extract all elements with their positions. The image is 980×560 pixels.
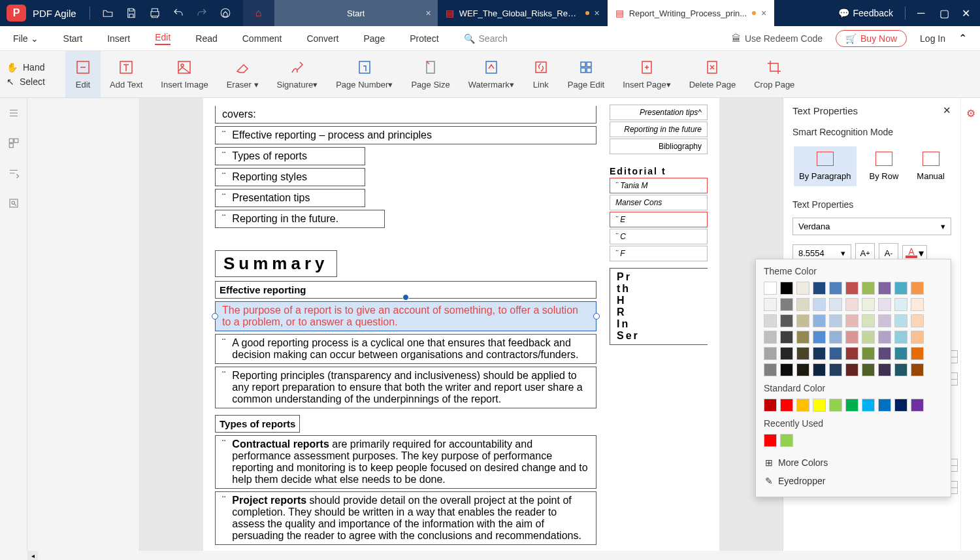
tool-hand[interactable]: ✋Hand xyxy=(7,62,59,73)
chevron-up-icon[interactable]: ⌃ xyxy=(958,32,967,44)
color-swatch[interactable] xyxy=(796,399,809,412)
color-swatch[interactable] xyxy=(813,282,826,295)
color-swatch[interactable] xyxy=(845,363,858,376)
tab-document-2[interactable]: ▤ Report_Writing_Process_prin... × xyxy=(608,0,775,26)
color-swatch[interactable] xyxy=(894,347,907,360)
color-swatch[interactable] xyxy=(796,363,809,376)
color-swatch[interactable] xyxy=(878,282,891,295)
color-swatch[interactable] xyxy=(878,314,891,327)
color-swatch[interactable] xyxy=(894,331,907,344)
tab-document-1[interactable]: ▤ WEF_The_Global_Risks_Repo... × xyxy=(438,0,608,26)
color-swatch[interactable] xyxy=(780,314,793,327)
tool-link[interactable]: Link xyxy=(523,51,559,97)
close-icon[interactable]: × xyxy=(761,8,766,18)
rotate-handle-icon[interactable] xyxy=(402,294,409,301)
color-swatch[interactable] xyxy=(894,363,907,376)
close-panel-icon[interactable]: ✕ xyxy=(943,105,951,116)
menu-protect[interactable]: Protect xyxy=(410,33,438,44)
menu-convert[interactable]: Convert xyxy=(306,33,338,44)
more-colors-button[interactable]: ⊞ More Colors xyxy=(764,453,943,472)
color-swatch[interactable] xyxy=(764,399,777,412)
text-block[interactable]: Contractual reports are primarily requir… xyxy=(215,435,596,489)
menu-edit[interactable]: Edit xyxy=(155,32,171,45)
tool-page-size[interactable]: Page Size xyxy=(402,51,459,97)
color-swatch[interactable] xyxy=(878,363,891,376)
tool-page-number[interactable]: Page Number▾ xyxy=(327,51,402,97)
text-block[interactable]: Reporting in the future. xyxy=(215,210,385,228)
redeem-code-button[interactable]: 🏛 Use Redeem Code xyxy=(732,33,823,44)
color-swatch[interactable] xyxy=(862,347,875,360)
color-swatch[interactable] xyxy=(862,282,875,295)
open-icon[interactable] xyxy=(102,7,114,19)
color-swatch[interactable] xyxy=(829,331,842,344)
color-swatch[interactable] xyxy=(894,298,907,311)
color-swatch[interactable] xyxy=(845,298,858,311)
color-swatch[interactable] xyxy=(878,331,891,344)
text-block[interactable]: Effective reporting – process and princi… xyxy=(215,126,596,144)
color-swatch[interactable] xyxy=(911,399,924,412)
selected-text-block[interactable]: The purpose of a report is to give an ac… xyxy=(215,301,596,331)
text-block[interactable]: covers: xyxy=(215,106,596,124)
list-view-icon[interactable] xyxy=(8,107,20,122)
color-swatch[interactable] xyxy=(829,298,842,311)
color-swatch[interactable] xyxy=(878,347,891,360)
nav-item[interactable]: ¨ C xyxy=(610,229,708,244)
close-window-icon[interactable]: ✕ xyxy=(962,7,972,20)
tool-add-text[interactable]: Add Text xyxy=(101,51,152,97)
color-swatch[interactable] xyxy=(829,314,842,327)
color-swatch[interactable] xyxy=(764,314,777,327)
color-swatch[interactable] xyxy=(845,282,858,295)
tool-eraser[interactable]: Eraser ▾ xyxy=(218,51,268,97)
tool-page-edit[interactable]: Page Edit xyxy=(559,51,613,97)
color-swatch[interactable] xyxy=(796,347,809,360)
color-swatch[interactable] xyxy=(894,314,907,327)
color-swatch[interactable] xyxy=(845,314,858,327)
color-swatch[interactable] xyxy=(764,331,777,344)
color-swatch[interactable] xyxy=(862,399,875,412)
grid-view-icon[interactable] xyxy=(8,137,20,152)
menu-file[interactable]: File ⌄ xyxy=(13,33,39,44)
color-swatch[interactable] xyxy=(911,363,924,376)
color-swatch[interactable] xyxy=(780,347,793,360)
color-swatch[interactable] xyxy=(845,399,858,412)
nav-item[interactable]: ¨ Tania M xyxy=(610,178,708,193)
color-swatch[interactable] xyxy=(813,363,826,376)
color-swatch[interactable] xyxy=(780,331,793,344)
nav-item[interactable]: Reporting in the future xyxy=(610,122,708,137)
color-swatch[interactable] xyxy=(813,399,826,412)
color-swatch[interactable] xyxy=(862,314,875,327)
color-swatch[interactable] xyxy=(764,298,777,311)
mode-by-row[interactable]: By Row xyxy=(864,146,904,186)
menu-insert[interactable]: Insert xyxy=(107,33,130,44)
text-block[interactable]: Presentation tips xyxy=(215,189,365,207)
color-swatch[interactable] xyxy=(878,399,891,412)
color-swatch[interactable] xyxy=(911,347,924,360)
color-swatch[interactable] xyxy=(911,298,924,311)
horizontal-scrollbar[interactable]: ◂ xyxy=(0,551,980,560)
color-swatch[interactable] xyxy=(829,363,842,376)
color-swatch[interactable] xyxy=(845,347,858,360)
color-swatch[interactable] xyxy=(796,282,809,295)
annotation-icon[interactable] xyxy=(8,167,20,182)
save-icon[interactable] xyxy=(125,7,137,19)
color-swatch[interactable] xyxy=(780,399,793,412)
mode-manual[interactable]: Manual xyxy=(911,146,950,186)
color-swatch[interactable] xyxy=(780,434,793,447)
color-swatch[interactable] xyxy=(780,363,793,376)
color-swatch[interactable] xyxy=(829,282,842,295)
nav-item[interactable]: Presentation tips ^ xyxy=(610,105,708,120)
tool-delete-page[interactable]: Delete Page xyxy=(680,51,745,97)
color-swatch[interactable] xyxy=(878,298,891,311)
tool-watermark[interactable]: Watermark▾ xyxy=(459,51,523,97)
nav-item[interactable]: Manser Cons xyxy=(610,195,708,210)
document-canvas[interactable]: covers: Effective reporting – process an… xyxy=(140,98,783,551)
color-swatch[interactable] xyxy=(911,331,924,344)
minimize-icon[interactable]: ─ xyxy=(917,7,928,19)
close-icon[interactable]: × xyxy=(595,8,600,18)
heading-summary[interactable]: Summary xyxy=(215,250,337,277)
buy-now-button[interactable]: 🛒 Buy Now xyxy=(836,30,907,47)
subheading[interactable]: Types of reports xyxy=(215,415,300,433)
color-swatch[interactable] xyxy=(764,434,777,447)
color-swatch[interactable] xyxy=(813,298,826,311)
color-swatch[interactable] xyxy=(813,331,826,344)
